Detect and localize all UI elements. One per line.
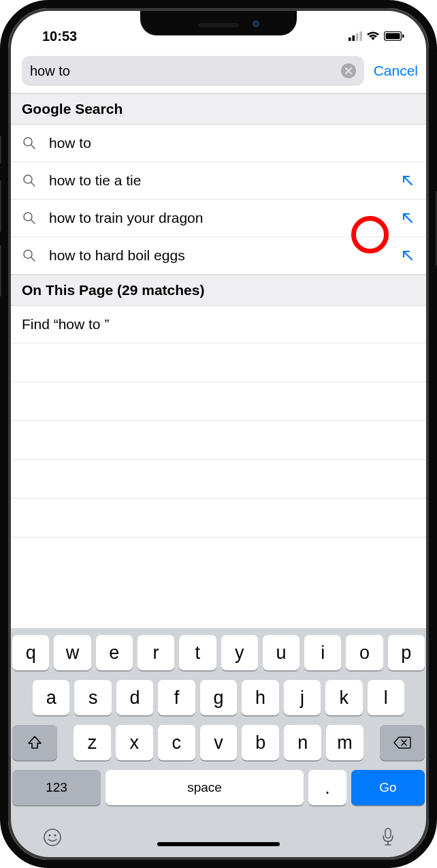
fill-arrow-icon[interactable] bbox=[400, 248, 415, 263]
key-y[interactable]: y bbox=[221, 635, 258, 670]
shift-key[interactable] bbox=[12, 725, 57, 760]
section-header-google-search: Google Search bbox=[8, 93, 429, 125]
key-e[interactable]: e bbox=[96, 635, 133, 670]
svg-line-10 bbox=[31, 183, 35, 186]
close-icon bbox=[345, 67, 352, 74]
fill-arrow-icon[interactable] bbox=[400, 173, 415, 188]
suggestions-list: how tohow to tie a tiehow to train your … bbox=[8, 125, 429, 275]
svg-point-9 bbox=[24, 175, 32, 183]
side-button bbox=[0, 245, 1, 296]
microphone-icon bbox=[381, 827, 395, 848]
search-row: Cancel bbox=[8, 49, 429, 93]
dictation-key[interactable] bbox=[381, 827, 395, 850]
home-indicator[interactable] bbox=[157, 842, 280, 846]
key-p[interactable]: p bbox=[388, 635, 425, 670]
section-header-on-this-page: On This Page (29 matches) bbox=[8, 275, 429, 306]
wifi-icon bbox=[366, 29, 380, 44]
suggestion-row[interactable]: how to train your dragon bbox=[8, 200, 429, 237]
key-t[interactable]: t bbox=[179, 635, 216, 670]
svg-rect-2 bbox=[356, 33, 359, 41]
key-o[interactable]: o bbox=[346, 635, 383, 670]
key-u[interactable]: u bbox=[263, 635, 300, 670]
fill-arrow-icon[interactable] bbox=[400, 211, 415, 226]
key-a[interactable]: a bbox=[33, 680, 69, 715]
key-n[interactable]: n bbox=[284, 725, 321, 760]
cancel-button[interactable]: Cancel bbox=[374, 63, 418, 79]
svg-line-8 bbox=[31, 145, 35, 149]
key-b[interactable]: b bbox=[242, 725, 279, 760]
svg-point-7 bbox=[24, 138, 32, 146]
svg-rect-18 bbox=[385, 828, 391, 838]
key-w[interactable]: w bbox=[54, 635, 91, 670]
emoji-icon bbox=[42, 827, 63, 848]
suggestion-text: how to bbox=[49, 135, 415, 151]
svg-rect-6 bbox=[402, 34, 404, 37]
svg-line-12 bbox=[31, 220, 35, 223]
go-key[interactable]: Go bbox=[351, 770, 425, 805]
key-d[interactable]: d bbox=[116, 680, 153, 715]
svg-point-11 bbox=[24, 213, 32, 221]
key-x[interactable]: x bbox=[116, 725, 153, 760]
key-q[interactable]: q bbox=[12, 635, 49, 670]
key-f[interactable]: f bbox=[158, 680, 195, 715]
notch bbox=[140, 8, 297, 35]
key-m[interactable]: m bbox=[326, 725, 363, 760]
shift-icon bbox=[27, 735, 42, 750]
svg-point-16 bbox=[48, 834, 50, 836]
svg-point-13 bbox=[24, 250, 32, 258]
backspace-key[interactable] bbox=[380, 725, 425, 760]
suggestion-text: how to tie a tie bbox=[49, 172, 388, 189]
battery-icon bbox=[384, 29, 404, 44]
search-input[interactable] bbox=[30, 63, 341, 79]
search-icon bbox=[22, 136, 37, 151]
status-time: 10:53 bbox=[30, 29, 77, 44]
dot-key[interactable]: . bbox=[308, 770, 346, 805]
key-v[interactable]: v bbox=[200, 725, 238, 760]
suggestion-text: how to hard boil eggs bbox=[49, 247, 388, 264]
svg-line-14 bbox=[31, 258, 35, 261]
backspace-icon bbox=[393, 736, 411, 749]
svg-point-17 bbox=[54, 834, 56, 836]
key-l[interactable]: l bbox=[368, 680, 404, 715]
side-button bbox=[0, 136, 1, 164]
clear-input-button[interactable] bbox=[341, 63, 356, 78]
key-r[interactable]: r bbox=[137, 635, 174, 670]
svg-point-15 bbox=[44, 829, 61, 846]
cellular-icon bbox=[349, 29, 362, 44]
svg-rect-0 bbox=[349, 37, 351, 41]
search-icon bbox=[22, 211, 37, 226]
svg-rect-5 bbox=[386, 33, 400, 39]
suggestion-row[interactable]: how to tie a tie bbox=[8, 162, 429, 200]
search-input-wrap[interactable] bbox=[22, 56, 364, 86]
key-h[interactable]: h bbox=[242, 680, 278, 715]
find-on-page-row[interactable]: Find “how to ” bbox=[8, 306, 429, 343]
key-z[interactable]: z bbox=[74, 725, 111, 760]
space-key[interactable]: space bbox=[106, 770, 304, 805]
side-button bbox=[0, 181, 1, 232]
key-c[interactable]: c bbox=[158, 725, 195, 760]
suggestion-row[interactable]: how to hard boil eggs bbox=[8, 237, 429, 275]
svg-rect-1 bbox=[353, 35, 355, 41]
key-k[interactable]: k bbox=[325, 680, 362, 715]
key-i[interactable]: i bbox=[304, 635, 341, 670]
suggestion-row[interactable]: how to bbox=[8, 125, 429, 162]
key-j[interactable]: j bbox=[284, 680, 321, 715]
empty-rows bbox=[8, 343, 429, 538]
key-g[interactable]: g bbox=[200, 680, 237, 715]
suggestion-text: how to train your dragon bbox=[49, 210, 388, 226]
key-s[interactable]: s bbox=[74, 680, 111, 715]
emoji-key[interactable] bbox=[42, 827, 63, 850]
svg-rect-3 bbox=[360, 31, 363, 41]
keyboard: qwertyuiop asdfghjkl zxcvbnm 123 space . bbox=[8, 628, 429, 860]
search-icon bbox=[22, 173, 37, 188]
search-icon bbox=[22, 248, 37, 263]
numeric-key[interactable]: 123 bbox=[12, 770, 101, 805]
